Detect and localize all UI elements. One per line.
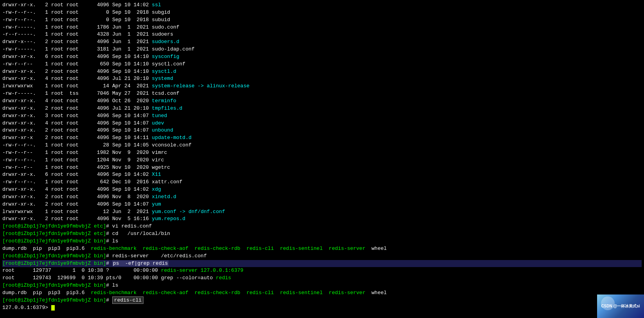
cmd-redis-server: [root@iZbp1j7ejfdn1ye9fmbvbjZ bin]# redi… (2, 253, 642, 260)
file-line-tmpfiles: drwxr-xr-x. 2 root root 4096 Jul 21 20:1… (2, 105, 642, 112)
file-line-x11: drwxr-xr-x. 6 root root 4096 Sep 10 14:0… (2, 171, 642, 179)
file-line-system-release: lrwxrwxrwx 1 root root 14 Apr 24 2021 sy… (2, 83, 642, 90)
file-line-unbound: drwxr-xr-x. 2 root root 4096 Sep 10 14:0… (2, 127, 642, 134)
file-line-xdg: drwxr-xr-x. 4 root root 4096 Sep 10 14:0… (2, 186, 642, 193)
file-line-sudoers: -r--r-----. 1 root root 4328 Jun 1 2021 … (2, 31, 642, 38)
file-line-tcsd: -rw-r-----. 1 root tss 7046 May 27 2021 … (2, 90, 642, 98)
file-line-sudo-conf: -rw-r-----. 1 root root 1786 Jun 1 2021 … (2, 24, 642, 31)
ps-output-1: root 129737 1 0 10:38 ? 00:00:00 redis-s… (2, 267, 642, 275)
watermark: CSDN @一杯冰美式si (597, 295, 644, 318)
file-line-yum-repos: drwxr-xr-x. 2 root root 4096 Nov 5 16:16… (2, 215, 642, 223)
file-line-tuned: drwxr-xr-x. 3 root root 4096 Sep 10 14:0… (2, 112, 642, 120)
watermark-text: CSDN @一杯冰美式si (601, 304, 640, 309)
ps-output-2: root 129743 129699 0 10:39 pts/0 00:00:0… (2, 275, 642, 282)
terminal: drwxr-xr-x. 2 root root 4096 Sep 10 14:0… (0, 0, 644, 318)
redis-cli-prompt: 127.0.0.1:6379> (2, 304, 642, 312)
cmd-ps-grep: [root@iZbp1j7ejfdn1ye9fmbvbjZ bin]# ps -… (2, 260, 642, 267)
cmd-ls-1: [root@iZbp1j7ejfdn1ye9fmbvbjZ bin]# ls (2, 238, 642, 245)
file-line-ssl: drwxr-xr-x. 2 root root 4096 Sep 10 14:0… (2, 2, 642, 9)
file-line-xattr: -rw-r--r--. 1 root root 642 Dec 10 2016 … (2, 179, 642, 186)
cmd-vi-redis: [root@iZbp1j7ejfdn1ye9fmbvbjZ etc]# vi r… (2, 223, 642, 230)
file-line-sysctl-conf: -rw-r--r-- 1 root root 650 Sep 10 14:10 … (2, 61, 642, 68)
file-line-vconsole: -rw-r--r--. 1 root root 28 Sep 10 14:05 … (2, 142, 642, 149)
file-line-sysconfig: drwxr-xr-x. 6 root root 4096 Sep 10 14:1… (2, 53, 642, 61)
file-line-subgid: -rw-r--r--. 1 root root 0 Sep 10 2018 su… (2, 9, 642, 16)
ls-output-1: dump.rdb pip pip3 pip3.6 redis-benchmark… (2, 245, 642, 253)
cmd-redis-cli-line: [root@iZbp1j7ejfdn1ye9fmbvbjZ bin]# redi… (2, 297, 642, 304)
file-line-wgetrc: -rw-r--r-- 1 root root 4925 Nov 10 2020 … (2, 164, 642, 172)
file-line-xinetd: drwxr-xr-x. 2 root root 4096 Nov 8 2020 … (2, 193, 642, 201)
file-line-yum-conf: lrwxrwxrwx 1 root root 12 Jun 2 2021 yum… (2, 208, 642, 216)
file-line-yum: drwxr-xr-x. 2 root root 4096 Sep 10 14:0… (2, 201, 642, 208)
cmd-ls-2: [root@iZbp1j7ejfdn1ye9fmbvbjZ bin]# ls (2, 282, 642, 289)
file-line-systemd: drwxr-xr-x. 4 root root 4096 Jul 21 20:1… (2, 75, 642, 83)
file-line-sudoers-d: drwxr-x---. 2 root root 4096 Jun 1 2021 … (2, 38, 642, 46)
file-line-sysctl-d: drwxr-xr-x. 2 root root 4096 Sep 10 14:1… (2, 68, 642, 76)
cmd-cd-bin: [root@iZbp1j7ejfdn1ye9fmbvbjZ etc]# cd /… (2, 230, 642, 238)
cursor-block (51, 305, 55, 311)
file-line-terminfo: drwxr-xr-x. 4 root root 4096 Oct 26 2020… (2, 98, 642, 105)
ls-output-2: dump.rdb pip pip3 pip3.6 redis-benchmark… (2, 289, 642, 297)
file-line-subuid: -rw-r--r--. 1 root root 0 Sep 10 2018 su… (2, 16, 642, 24)
file-line-virc: -rw-r--r--. 1 root root 1204 Nov 9 2020 … (2, 157, 642, 164)
file-line-update-motd: drwxr-xr-x 2 root root 4096 Sep 10 14:11… (2, 134, 642, 142)
file-line-sudo-ldap: -rw-r-----. 1 root root 3181 Jun 1 2021 … (2, 46, 642, 53)
file-line-udev: drwxr-xr-x. 4 root root 4096 Sep 10 14:0… (2, 120, 642, 127)
file-line-vimrc: -rw-r--r-- 1 root root 1982 Nov 9 2020 v… (2, 149, 642, 157)
